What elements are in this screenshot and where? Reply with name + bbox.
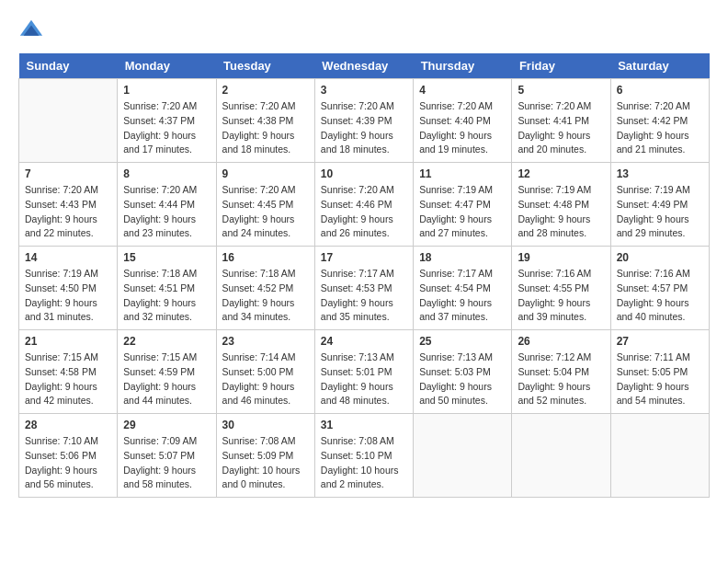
calendar-cell bbox=[512, 414, 610, 498]
day-number: 11 bbox=[419, 167, 506, 180]
calendar-week-5: 28 Sunrise: 7:10 AMSunset: 5:06 PMDaylig… bbox=[19, 414, 710, 498]
day-number: 2 bbox=[222, 84, 309, 97]
calendar-cell: 31 Sunrise: 7:08 AMSunset: 5:10 PMDaylig… bbox=[314, 414, 413, 498]
calendar-header-row: SundayMondayTuesdayWednesdayThursdayFrid… bbox=[19, 53, 710, 79]
calendar-cell: 29 Sunrise: 7:09 AMSunset: 5:07 PMDaylig… bbox=[118, 414, 216, 498]
day-number: 3 bbox=[321, 84, 407, 97]
header-cell-thursday: Thursday bbox=[414, 53, 512, 79]
header-cell-sunday: Sunday bbox=[19, 53, 118, 79]
day-info: Sunrise: 7:17 AMSunset: 4:54 PMDaylight:… bbox=[419, 267, 506, 325]
day-info: Sunrise: 7:20 AMSunset: 4:46 PMDaylight:… bbox=[321, 183, 407, 241]
day-info: Sunrise: 7:13 AMSunset: 5:03 PMDaylight:… bbox=[419, 350, 506, 408]
day-info: Sunrise: 7:20 AMSunset: 4:40 PMDaylight:… bbox=[419, 99, 506, 157]
header-cell-friday: Friday bbox=[512, 53, 610, 79]
calendar-body: 1 Sunrise: 7:20 AMSunset: 4:37 PMDayligh… bbox=[19, 79, 710, 498]
calendar-cell: 15 Sunrise: 7:18 AMSunset: 4:51 PMDaylig… bbox=[118, 247, 216, 330]
day-number: 6 bbox=[617, 84, 703, 97]
calendar-cell: 7 Sunrise: 7:20 AMSunset: 4:43 PMDayligh… bbox=[19, 163, 118, 247]
calendar-cell: 17 Sunrise: 7:17 AMSunset: 4:53 PMDaylig… bbox=[314, 247, 413, 330]
day-info: Sunrise: 7:10 AMSunset: 5:06 PMDaylight:… bbox=[25, 434, 111, 492]
day-number: 23 bbox=[222, 335, 309, 348]
day-number: 29 bbox=[123, 419, 210, 431]
calendar-cell: 2 Sunrise: 7:20 AMSunset: 4:38 PMDayligh… bbox=[216, 79, 314, 163]
day-number: 14 bbox=[25, 251, 111, 264]
day-info: Sunrise: 7:09 AMSunset: 5:07 PMDaylight:… bbox=[123, 434, 210, 492]
day-number: 20 bbox=[617, 251, 703, 264]
calendar-cell: 20 Sunrise: 7:16 AMSunset: 4:57 PMDaylig… bbox=[610, 247, 709, 330]
calendar-cell: 30 Sunrise: 7:08 AMSunset: 5:09 PMDaylig… bbox=[216, 414, 314, 498]
calendar-week-3: 14 Sunrise: 7:19 AMSunset: 4:50 PMDaylig… bbox=[19, 247, 710, 330]
calendar-cell: 13 Sunrise: 7:19 AMSunset: 4:49 PMDaylig… bbox=[610, 163, 709, 247]
header-cell-saturday: Saturday bbox=[610, 53, 709, 79]
day-number: 13 bbox=[617, 167, 703, 180]
calendar-cell: 9 Sunrise: 7:20 AMSunset: 4:45 PMDayligh… bbox=[216, 163, 314, 247]
day-number: 28 bbox=[25, 419, 111, 431]
day-number: 7 bbox=[25, 167, 111, 180]
day-number: 17 bbox=[321, 251, 407, 264]
day-number: 24 bbox=[321, 335, 407, 348]
day-info: Sunrise: 7:20 AMSunset: 4:39 PMDaylight:… bbox=[321, 99, 407, 157]
day-info: Sunrise: 7:18 AMSunset: 4:52 PMDaylight:… bbox=[222, 267, 309, 325]
calendar-cell: 27 Sunrise: 7:11 AMSunset: 5:05 PMDaylig… bbox=[610, 330, 709, 414]
day-number: 27 bbox=[617, 335, 703, 348]
calendar-cell: 26 Sunrise: 7:12 AMSunset: 5:04 PMDaylig… bbox=[512, 330, 610, 414]
calendar-cell: 16 Sunrise: 7:18 AMSunset: 4:52 PMDaylig… bbox=[216, 247, 314, 330]
day-number: 8 bbox=[123, 167, 210, 180]
day-info: Sunrise: 7:19 AMSunset: 4:48 PMDaylight:… bbox=[518, 183, 604, 241]
day-info: Sunrise: 7:18 AMSunset: 4:51 PMDaylight:… bbox=[123, 267, 210, 325]
day-number: 26 bbox=[518, 335, 604, 348]
calendar-cell: 8 Sunrise: 7:20 AMSunset: 4:44 PMDayligh… bbox=[118, 163, 216, 247]
calendar-week-1: 1 Sunrise: 7:20 AMSunset: 4:37 PMDayligh… bbox=[19, 79, 710, 163]
calendar-week-4: 21 Sunrise: 7:15 AMSunset: 4:58 PMDaylig… bbox=[19, 330, 710, 414]
day-number: 5 bbox=[518, 84, 604, 97]
calendar-cell: 25 Sunrise: 7:13 AMSunset: 5:03 PMDaylig… bbox=[414, 330, 512, 414]
day-info: Sunrise: 7:20 AMSunset: 4:43 PMDaylight:… bbox=[25, 183, 111, 241]
day-info: Sunrise: 7:08 AMSunset: 5:10 PMDaylight:… bbox=[321, 434, 407, 492]
calendar-cell: 4 Sunrise: 7:20 AMSunset: 4:40 PMDayligh… bbox=[414, 79, 512, 163]
day-number: 19 bbox=[518, 251, 604, 264]
calendar-cell: 3 Sunrise: 7:20 AMSunset: 4:39 PMDayligh… bbox=[314, 79, 413, 163]
header-cell-wednesday: Wednesday bbox=[314, 53, 413, 79]
day-info: Sunrise: 7:19 AMSunset: 4:47 PMDaylight:… bbox=[419, 183, 506, 241]
calendar-cell: 24 Sunrise: 7:13 AMSunset: 5:01 PMDaylig… bbox=[314, 330, 413, 414]
calendar-cell bbox=[610, 414, 709, 498]
calendar-cell bbox=[19, 79, 118, 163]
day-number: 16 bbox=[222, 251, 309, 264]
day-info: Sunrise: 7:20 AMSunset: 4:42 PMDaylight:… bbox=[617, 99, 703, 157]
logo-icon bbox=[18, 18, 44, 44]
day-info: Sunrise: 7:20 AMSunset: 4:38 PMDaylight:… bbox=[222, 99, 309, 157]
day-number: 22 bbox=[123, 335, 210, 348]
calendar-cell: 6 Sunrise: 7:20 AMSunset: 4:42 PMDayligh… bbox=[610, 79, 709, 163]
day-info: Sunrise: 7:14 AMSunset: 5:00 PMDaylight:… bbox=[222, 350, 309, 408]
day-number: 12 bbox=[518, 167, 604, 180]
day-info: Sunrise: 7:19 AMSunset: 4:49 PMDaylight:… bbox=[617, 183, 703, 241]
day-number: 31 bbox=[321, 419, 407, 431]
header-cell-monday: Monday bbox=[118, 53, 216, 79]
day-info: Sunrise: 7:11 AMSunset: 5:05 PMDaylight:… bbox=[617, 350, 703, 408]
day-info: Sunrise: 7:15 AMSunset: 4:58 PMDaylight:… bbox=[25, 350, 111, 408]
logo bbox=[18, 18, 46, 44]
day-info: Sunrise: 7:20 AMSunset: 4:37 PMDaylight:… bbox=[123, 99, 210, 157]
calendar-cell: 5 Sunrise: 7:20 AMSunset: 4:41 PMDayligh… bbox=[512, 79, 610, 163]
day-number: 21 bbox=[25, 335, 111, 348]
day-number: 10 bbox=[321, 167, 407, 180]
calendar-cell: 11 Sunrise: 7:19 AMSunset: 4:47 PMDaylig… bbox=[414, 163, 512, 247]
calendar-cell: 1 Sunrise: 7:20 AMSunset: 4:37 PMDayligh… bbox=[118, 79, 216, 163]
calendar-cell: 19 Sunrise: 7:16 AMSunset: 4:55 PMDaylig… bbox=[512, 247, 610, 330]
header bbox=[18, 18, 710, 44]
day-info: Sunrise: 7:20 AMSunset: 4:41 PMDaylight:… bbox=[518, 99, 604, 157]
day-number: 30 bbox=[222, 419, 309, 431]
calendar-cell: 21 Sunrise: 7:15 AMSunset: 4:58 PMDaylig… bbox=[19, 330, 118, 414]
day-info: Sunrise: 7:20 AMSunset: 4:44 PMDaylight:… bbox=[123, 183, 210, 241]
day-info: Sunrise: 7:16 AMSunset: 4:55 PMDaylight:… bbox=[518, 267, 604, 325]
calendar-cell: 23 Sunrise: 7:14 AMSunset: 5:00 PMDaylig… bbox=[216, 330, 314, 414]
day-info: Sunrise: 7:13 AMSunset: 5:01 PMDaylight:… bbox=[321, 350, 407, 408]
day-number: 4 bbox=[419, 84, 506, 97]
day-number: 25 bbox=[419, 335, 506, 348]
day-info: Sunrise: 7:20 AMSunset: 4:45 PMDaylight:… bbox=[222, 183, 309, 241]
calendar-cell: 12 Sunrise: 7:19 AMSunset: 4:48 PMDaylig… bbox=[512, 163, 610, 247]
day-number: 9 bbox=[222, 167, 309, 180]
day-info: Sunrise: 7:08 AMSunset: 5:09 PMDaylight:… bbox=[222, 434, 309, 492]
calendar-cell: 14 Sunrise: 7:19 AMSunset: 4:50 PMDaylig… bbox=[19, 247, 118, 330]
calendar-cell: 10 Sunrise: 7:20 AMSunset: 4:46 PMDaylig… bbox=[314, 163, 413, 247]
